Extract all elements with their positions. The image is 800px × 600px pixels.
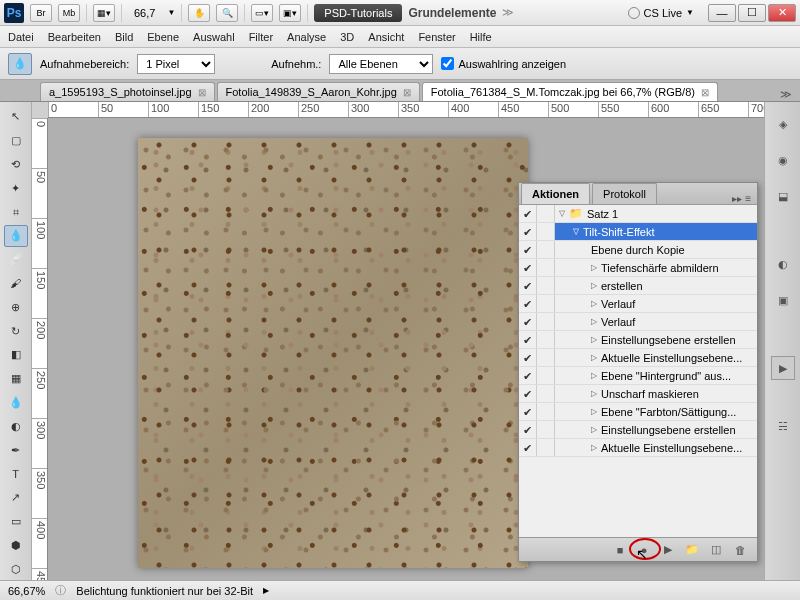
status-message: Belichtung funktioniert nur bei 32-Bit bbox=[76, 585, 253, 597]
document-tabs: a_1595193_S_photoinsel.jpg⊠ Fotolia_1498… bbox=[0, 80, 800, 102]
actions-panel-icon[interactable]: ▶ bbox=[771, 356, 795, 380]
document-tab[interactable]: Fotolia_149839_S_Aaron_Kohr.jpg⊠ bbox=[217, 82, 420, 101]
record-button[interactable]: ● bbox=[637, 543, 651, 557]
options-bar: 💧 Aufnahmebereich: 1 Pixel Aufnehm.: All… bbox=[0, 48, 800, 80]
pen-tool[interactable]: ✒ bbox=[4, 439, 28, 461]
sample-size-select[interactable]: 1 Pixel bbox=[137, 54, 215, 74]
action-step[interactable]: ✔▷Einstellungsebene erstellen bbox=[519, 331, 757, 349]
arrange-button[interactable]: ▭▾ bbox=[251, 4, 273, 22]
swatches-panel-icon[interactable]: ◉ bbox=[771, 148, 795, 172]
stop-button[interactable]: ■ bbox=[613, 543, 627, 557]
new-action-button[interactable]: ◫ bbox=[709, 543, 723, 557]
close-button[interactable]: ✕ bbox=[768, 4, 796, 22]
lasso-tool[interactable]: ⟲ bbox=[4, 154, 28, 176]
action-step[interactable]: ✔Ebene durch Kopie bbox=[519, 241, 757, 259]
menu-fenster[interactable]: Fenster bbox=[418, 31, 455, 43]
sampling-ring-checkbox[interactable] bbox=[441, 57, 454, 70]
ruler-horizontal[interactable]: 0501001502002503003504004505005506006507… bbox=[48, 102, 764, 118]
blur-tool[interactable]: 💧 bbox=[4, 392, 28, 414]
action-step[interactable]: ✔▷Ebene "Hintergrund" aus... bbox=[519, 367, 757, 385]
action-step[interactable]: ✔▷Aktuelle Einstellungsebene... bbox=[519, 439, 757, 457]
zoom-button[interactable]: 🔍 bbox=[216, 4, 238, 22]
minibridge-button[interactable]: Mb bbox=[58, 4, 80, 22]
wand-tool[interactable]: ✦ bbox=[4, 177, 28, 199]
path-tool[interactable]: ↗ bbox=[4, 487, 28, 509]
app-icon: Ps bbox=[4, 3, 24, 23]
crop-tool[interactable]: ⌗ bbox=[4, 201, 28, 223]
eyedropper-tool-icon: 💧 bbox=[8, 53, 32, 75]
titlebar: Ps Br Mb ▦▾ 66,7▼ ✋ 🔍 ▭▾ ▣▾ PSD-Tutorial… bbox=[0, 0, 800, 26]
sample-select[interactable]: Alle Ebenen bbox=[329, 54, 433, 74]
screen-mode-button[interactable]: ▣▾ bbox=[279, 4, 301, 22]
action-step[interactable]: ✔▷erstellen bbox=[519, 277, 757, 295]
marquee-tool[interactable]: ▢ bbox=[4, 130, 28, 152]
sampling-ring-label: Auswahlring anzeigen bbox=[458, 58, 566, 70]
action-step[interactable]: ✔▷Verlauf bbox=[519, 295, 757, 313]
hand-button[interactable]: ✋ bbox=[188, 4, 210, 22]
menu-bearbeiten[interactable]: Bearbeiten bbox=[48, 31, 101, 43]
menu-bild[interactable]: Bild bbox=[115, 31, 133, 43]
tab-protokoll[interactable]: Protokoll bbox=[592, 183, 657, 204]
action-step[interactable]: ✔▷Aktuelle Einstellungsebene... bbox=[519, 349, 757, 367]
workspace-sub[interactable]: Grundelemente bbox=[408, 6, 496, 20]
actions-footer: ■ ● ▶ 📁 ◫ 🗑 bbox=[519, 537, 757, 561]
action-selected[interactable]: ✔▽Tilt-Shift-Effekt bbox=[519, 223, 757, 241]
delete-button[interactable]: 🗑 bbox=[733, 543, 747, 557]
document-tab[interactable]: a_1595193_S_photoinsel.jpg⊠ bbox=[40, 82, 215, 101]
sample-label: Aufnehm.: bbox=[271, 58, 321, 70]
document-tab[interactable]: Fotolia_761384_S_M.Tomczak.jpg bei 66,7%… bbox=[422, 82, 718, 101]
menu-auswahl[interactable]: Auswahl bbox=[193, 31, 235, 43]
color-panel-icon[interactable]: ◈ bbox=[771, 112, 795, 136]
workspace-label[interactable]: PSD-Tutorials bbox=[314, 4, 402, 22]
stamp-tool[interactable]: ⊕ bbox=[4, 296, 28, 318]
zoom-percent[interactable]: 66,7 bbox=[128, 7, 161, 19]
actions-panel: Aktionen Protokoll ▸▸ ≡ ✔▽📁 Satz 1 ✔▽Til… bbox=[518, 182, 758, 562]
ruler-vertical[interactable]: 050100150200250300350400450500550 bbox=[32, 118, 48, 580]
action-step[interactable]: ✔▷Tiefenschärfe abmildern bbox=[519, 259, 757, 277]
menu-datei[interactable]: Datei bbox=[8, 31, 34, 43]
3d-tool[interactable]: ⬢ bbox=[4, 534, 28, 556]
minimize-button[interactable]: — bbox=[708, 4, 736, 22]
view-extras-button[interactable]: ▦▾ bbox=[93, 4, 115, 22]
healing-tool[interactable]: 🩹 bbox=[4, 249, 28, 271]
panel-menu-icon[interactable]: ▸▸ ≡ bbox=[726, 193, 757, 204]
document-image[interactable] bbox=[138, 138, 528, 568]
tab-aktionen[interactable]: Aktionen bbox=[521, 183, 590, 204]
dodge-tool[interactable]: ◐ bbox=[4, 415, 28, 437]
cs-live[interactable]: CS Live▼ bbox=[628, 7, 694, 19]
history-brush-tool[interactable]: ↻ bbox=[4, 320, 28, 342]
new-set-button[interactable]: 📁 bbox=[685, 543, 699, 557]
styles-panel-icon[interactable]: ⬓ bbox=[771, 184, 795, 208]
shape-tool[interactable]: ▭ bbox=[4, 511, 28, 533]
play-button[interactable]: ▶ bbox=[661, 543, 675, 557]
masks-panel-icon[interactable]: ▣ bbox=[771, 288, 795, 312]
maximize-button[interactable]: ☐ bbox=[738, 4, 766, 22]
action-step[interactable]: ✔▷Verlauf bbox=[519, 313, 757, 331]
close-icon[interactable]: ⊠ bbox=[403, 87, 411, 98]
menu-filter[interactable]: Filter bbox=[249, 31, 273, 43]
menu-hilfe[interactable]: Hilfe bbox=[470, 31, 492, 43]
menu-analyse[interactable]: Analyse bbox=[287, 31, 326, 43]
gradient-tool[interactable]: ▦ bbox=[4, 368, 28, 390]
close-icon[interactable]: ⊠ bbox=[701, 87, 709, 98]
menu-3d[interactable]: 3D bbox=[340, 31, 354, 43]
status-zoom[interactable]: 66,67% bbox=[8, 585, 45, 597]
action-step[interactable]: ✔▷Unscharf maskieren bbox=[519, 385, 757, 403]
menu-ebene[interactable]: Ebene bbox=[147, 31, 179, 43]
adjustments-panel-icon[interactable]: ◐ bbox=[771, 252, 795, 276]
layers-panel-icon[interactable]: ☵ bbox=[771, 414, 795, 438]
eyedropper-tool[interactable]: 💧 bbox=[4, 225, 28, 247]
status-bar: 66,67% ⓘ Belichtung funktioniert nur bei… bbox=[0, 580, 800, 600]
tabs-overflow[interactable]: ≫ bbox=[772, 88, 800, 101]
menu-ansicht[interactable]: Ansicht bbox=[368, 31, 404, 43]
eraser-tool[interactable]: ◧ bbox=[4, 344, 28, 366]
bridge-button[interactable]: Br bbox=[30, 4, 52, 22]
3d-camera-tool[interactable]: ⬡ bbox=[4, 558, 28, 580]
close-icon[interactable]: ⊠ bbox=[198, 87, 206, 98]
action-step[interactable]: ✔▷Einstellungsebene erstellen bbox=[519, 421, 757, 439]
action-step[interactable]: ✔▷Ebene "Farbton/Sättigung... bbox=[519, 403, 757, 421]
type-tool[interactable]: T bbox=[4, 463, 28, 485]
move-tool[interactable]: ↖ bbox=[4, 106, 28, 128]
actions-list[interactable]: ✔▽📁 Satz 1 ✔▽Tilt-Shift-Effekt ✔Ebene du… bbox=[519, 205, 757, 537]
brush-tool[interactable]: 🖌 bbox=[4, 273, 28, 295]
